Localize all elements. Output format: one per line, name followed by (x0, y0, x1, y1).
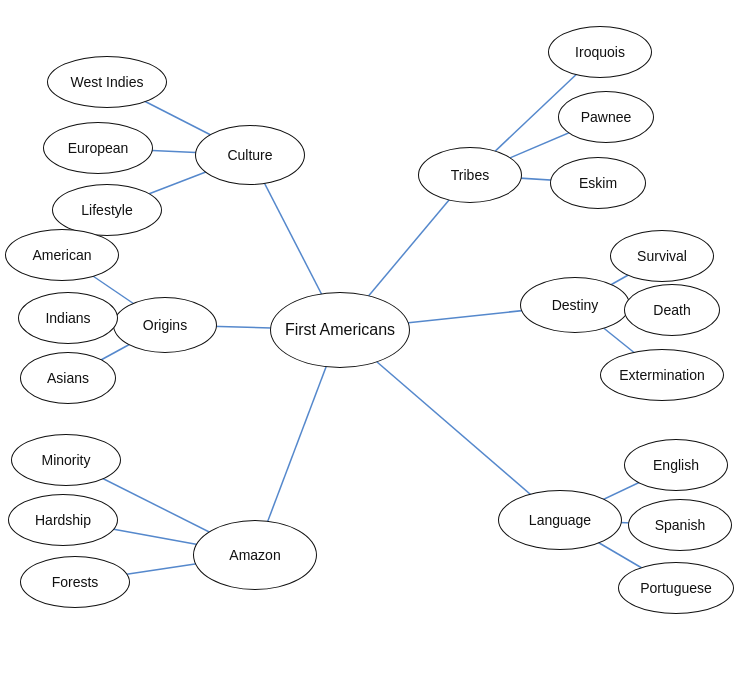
node-language: Language (498, 490, 622, 550)
node-origins: Origins (113, 297, 217, 353)
node-minority: Minority (11, 434, 121, 486)
node-label-english: English (653, 457, 699, 473)
node-undefined: First Americans (270, 292, 410, 368)
node-label-amazon: Amazon (229, 547, 280, 563)
node-label-american: American (32, 247, 91, 263)
node-label-extermination: Extermination (619, 367, 705, 383)
node-pawnee: Pawnee (558, 91, 654, 143)
node-indians: Indians (18, 292, 118, 344)
node-european: European (43, 122, 153, 174)
node-label-survival: Survival (637, 248, 687, 264)
node-destiny: Destiny (520, 277, 630, 333)
node-survival: Survival (610, 230, 714, 282)
node-label-eskim: Eskim (579, 175, 617, 191)
node-iroquois: Iroquois (548, 26, 652, 78)
node-west-indies: West Indies (47, 56, 167, 108)
node-label-lifestyle: Lifestyle (81, 202, 132, 218)
node-portuguese: Portuguese (618, 562, 734, 614)
node-label-forests: Forests (52, 574, 99, 590)
node-amazon: Amazon (193, 520, 317, 590)
node-label-culture: Culture (227, 147, 272, 163)
node-label-tribes: Tribes (451, 167, 489, 183)
node-label-iroquois: Iroquois (575, 44, 625, 60)
node-label-west-indies: West Indies (71, 74, 144, 90)
node-american: American (5, 229, 119, 281)
node-spanish: Spanish (628, 499, 732, 551)
node-label-spanish: Spanish (655, 517, 706, 533)
node-hardship: Hardship (8, 494, 118, 546)
mind-map-container: First AmericansCultureTribesDestinyLangu… (0, 0, 750, 683)
node-tribes: Tribes (418, 147, 522, 203)
node-asians: Asians (20, 352, 116, 404)
node-label-portuguese: Portuguese (640, 580, 712, 596)
node-death: Death (624, 284, 720, 336)
node-forests: Forests (20, 556, 130, 608)
node-label-language: Language (529, 512, 591, 528)
node-label-hardship: Hardship (35, 512, 91, 528)
node-label-undefined: First Americans (285, 321, 395, 339)
node-culture: Culture (195, 125, 305, 185)
node-label-pawnee: Pawnee (581, 109, 632, 125)
node-label-death: Death (653, 302, 690, 318)
node-label-european: European (68, 140, 129, 156)
node-label-indians: Indians (45, 310, 90, 326)
node-eskim: Eskim (550, 157, 646, 209)
node-label-destiny: Destiny (552, 297, 599, 313)
node-label-origins: Origins (143, 317, 187, 333)
node-label-minority: Minority (41, 452, 90, 468)
node-english: English (624, 439, 728, 491)
node-label-asians: Asians (47, 370, 89, 386)
node-extermination: Extermination (600, 349, 724, 401)
